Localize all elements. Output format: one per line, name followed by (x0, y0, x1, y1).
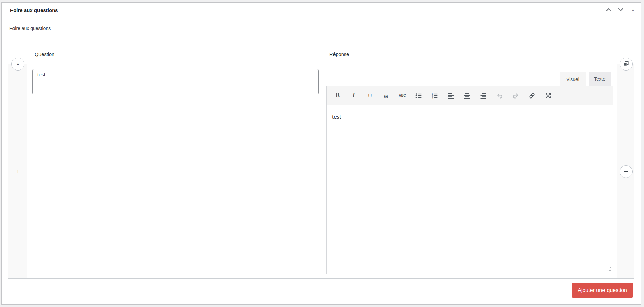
editor-toolbar: B I U “ ABC (327, 86, 613, 105)
minus-icon (624, 171, 628, 172)
question-cell (27, 64, 322, 278)
underline-button[interactable]: U (365, 91, 375, 101)
strikethrough-icon: ABC (399, 94, 406, 97)
triangle-up-icon: ▲ (631, 8, 635, 12)
remove-row-button[interactable] (620, 165, 633, 178)
italic-button[interactable]: I (349, 91, 359, 101)
tab-visual-label: Visuel (566, 77, 579, 82)
answer-column-label: Réponse (329, 52, 349, 57)
repeater-table: Question Réponse ▲ 1 (8, 45, 634, 279)
redo-icon (512, 92, 519, 99)
svg-text:3: 3 (432, 96, 433, 99)
numbered-list-button[interactable]: 1 2 3 (430, 91, 440, 101)
underline-icon: U (368, 92, 372, 99)
bold-button[interactable]: B (332, 91, 343, 101)
collapse-row-button[interactable]: ▲ (11, 58, 24, 71)
faq-metabox: Foire aux questions ▲ Foire aux question… (1, 2, 641, 305)
tab-text[interactable]: Texte (589, 72, 611, 86)
editor-statusbar (327, 263, 613, 274)
metabox-title: Foire aux questions (10, 7, 58, 13)
tab-visual[interactable]: Visuel (560, 72, 586, 86)
editor-content[interactable]: test (327, 105, 613, 263)
link-icon (529, 92, 535, 99)
bold-icon: B (336, 92, 340, 99)
strikethrough-button[interactable]: ABC (397, 91, 407, 101)
metabox-handle-actions: ▲ (602, 4, 639, 17)
move-down-button[interactable] (615, 4, 627, 17)
chevron-up-icon (605, 7, 612, 13)
question-textarea[interactable]: test (32, 69, 319, 94)
duplicate-icon (623, 60, 629, 68)
bulleted-list-button[interactable] (413, 91, 424, 101)
blockquote-button[interactable]: “ (381, 91, 391, 101)
align-right-button[interactable] (478, 91, 488, 101)
repeater-field-label: Foire aux questions (9, 26, 51, 31)
numbered-list-icon: 1 2 3 (431, 92, 438, 99)
align-center-icon (464, 92, 471, 99)
metabox-header: Foire aux questions ▲ (2, 3, 641, 18)
bulleted-list-icon (415, 92, 422, 99)
duplicate-row-button[interactable] (620, 58, 633, 71)
align-right-icon (480, 92, 487, 99)
add-question-button[interactable]: Ajouter une question (572, 283, 633, 298)
blockquote-icon: “ (384, 92, 389, 100)
align-left-icon (448, 92, 454, 99)
align-left-button[interactable] (446, 91, 456, 101)
italic-icon: I (352, 92, 355, 99)
align-center-button[interactable] (462, 91, 472, 101)
question-column-label: Question (35, 52, 54, 57)
triangle-up-icon: ▲ (16, 62, 20, 66)
resize-grip-icon[interactable] (607, 267, 612, 273)
row-number: 1 (8, 169, 27, 174)
fullscreen-icon (545, 92, 552, 99)
move-up-button[interactable] (602, 4, 615, 17)
link-button[interactable] (527, 91, 537, 101)
undo-button[interactable] (494, 91, 505, 101)
chevron-down-icon (617, 7, 624, 13)
answer-column-header: Réponse (322, 45, 617, 64)
tab-text-label: Texte (594, 76, 605, 82)
redo-button[interactable] (511, 91, 521, 101)
question-column-header: Question (27, 45, 322, 64)
fullscreen-button[interactable] (543, 91, 553, 101)
undo-icon (496, 92, 503, 99)
toggle-panel-button[interactable]: ▲ (627, 4, 639, 17)
wysiwyg-editor: B I U “ ABC (326, 86, 613, 274)
